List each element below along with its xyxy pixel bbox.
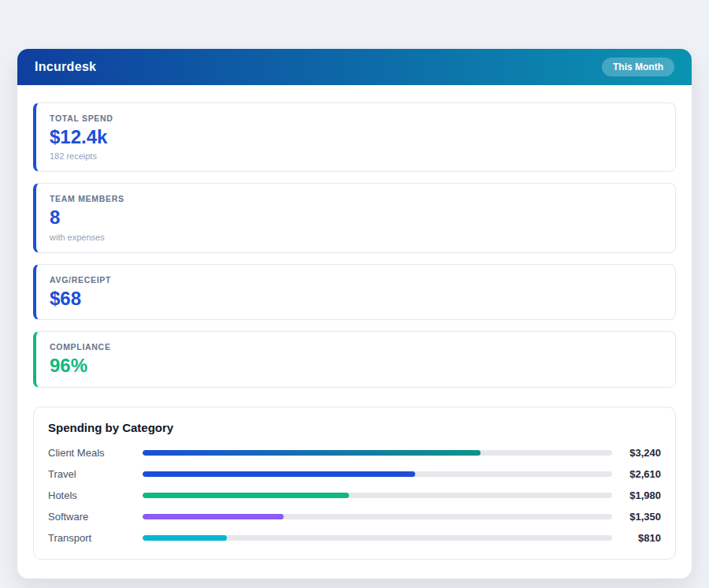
chart-row-travel: Travel $2,610 <box>48 468 661 481</box>
chart-row-software: Software $1,350 <box>48 511 661 523</box>
category-label: Client Meals <box>48 447 143 460</box>
category-label: Hotels <box>48 489 143 502</box>
bar-track <box>143 493 612 498</box>
chart-row-hotels: Hotels $1,980 <box>48 489 661 502</box>
category-value: $3,240 <box>612 447 661 459</box>
category-label: Travel <box>48 468 143 481</box>
category-value: $810 <box>612 532 661 544</box>
stat-value: $68 <box>50 288 662 309</box>
category-value: $1,350 <box>612 511 661 523</box>
stat-label: TEAM MEMBERS <box>50 194 662 203</box>
stat-label: COMPLIANCE <box>50 342 662 352</box>
bar-track <box>143 514 612 519</box>
category-value: $1,980 <box>612 489 661 501</box>
bar-track <box>143 450 612 456</box>
bar-track <box>143 535 612 541</box>
period-badge[interactable]: This Month <box>602 58 674 76</box>
dashboard-card: Incurdesk This Month TOTAL SPEND $12.4k … <box>17 49 692 579</box>
dashboard-body: TOTAL SPEND $12.4k 182 receipts TEAM MEM… <box>17 85 692 579</box>
stat-value: 96% <box>50 355 662 376</box>
bar-track <box>143 471 612 477</box>
stat-card-avg-receipt: AVG/RECEIPT $68 <box>33 264 676 320</box>
stat-label: AVG/RECEIPT <box>50 275 662 285</box>
bar-fill <box>143 493 349 498</box>
stat-label: TOTAL SPEND <box>50 114 662 123</box>
bar-fill <box>143 471 415 477</box>
app-header: Incurdesk This Month <box>17 49 692 85</box>
app-title: Incurdesk <box>35 60 96 74</box>
chart-row-transport: Transport $810 <box>48 532 661 545</box>
bar-fill <box>143 514 284 519</box>
stat-card-total-spend: TOTAL SPEND $12.4k 182 receipts <box>33 102 676 172</box>
stat-value: $12.4k <box>50 127 662 147</box>
stat-subtext: with expenses <box>50 233 662 242</box>
stat-card-team-members: TEAM MEMBERS 8 with expenses <box>33 183 676 252</box>
category-value: $2,610 <box>612 468 661 480</box>
panel-title: Spending by Category <box>48 421 661 434</box>
stat-card-compliance: COMPLIANCE 96% <box>33 331 676 387</box>
bar-fill <box>143 450 481 456</box>
category-label: Software <box>48 511 143 523</box>
stat-value: 8 <box>50 207 662 228</box>
category-label: Transport <box>48 532 143 545</box>
spending-by-category-panel: Spending by Category Client Meals $3,240… <box>33 407 676 560</box>
stat-subtext: 182 receipts <box>50 151 662 161</box>
chart-row-client-meals: Client Meals $3,240 <box>48 447 661 460</box>
bar-fill <box>143 535 227 541</box>
